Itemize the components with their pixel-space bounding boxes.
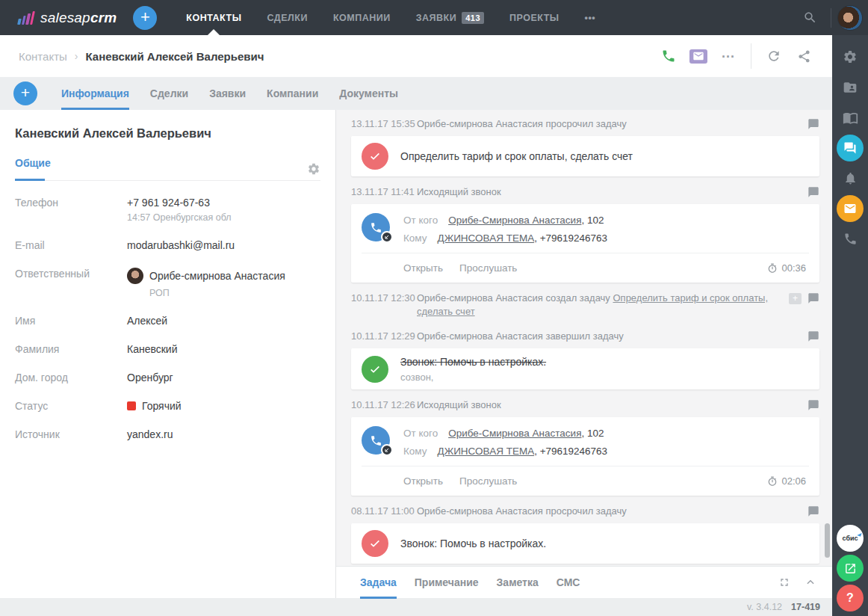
settings-gear-icon[interactable] bbox=[832, 41, 868, 72]
task-card[interactable]: Определить тариф и срок оплаты, сделать … bbox=[351, 136, 819, 176]
call-open-link[interactable]: Открыть bbox=[403, 475, 443, 487]
contact-name: Каневский Алексей Валерьевич bbox=[15, 126, 320, 141]
task-card[interactable]: Звонок: Помочь в настройках. созвон, bbox=[351, 348, 819, 389]
action-bar: Контакты › Каневский Алексей Валерьевич … bbox=[0, 35, 832, 77]
task-overdue-check-icon[interactable] bbox=[362, 530, 388, 557]
phone-value[interactable]: +7 961 924-67-63 bbox=[127, 197, 232, 209]
status-hot-marker bbox=[127, 401, 136, 410]
global-add-button[interactable]: + bbox=[133, 6, 157, 30]
composer-tab-sms[interactable]: СМС bbox=[548, 567, 589, 599]
logo-text: salesapcrm bbox=[40, 10, 117, 26]
call-from-link[interactable]: Орибе-Смирнова Анастасия bbox=[448, 215, 581, 226]
activity-feed[interactable]: 13.11.17 15:35 Орибе-смирнова Анастасия … bbox=[336, 110, 832, 566]
build-number: 17-419 bbox=[791, 602, 820, 612]
call-from-link[interactable]: Орибе-Смирнова Анастасия bbox=[448, 428, 581, 439]
nav-item-contacts[interactable]: КОНТАКТЫ bbox=[173, 0, 254, 35]
feed-event-header: 10.11.17 12:29 Орибе-смирнова Анастасия … bbox=[351, 324, 819, 348]
bell-icon[interactable] bbox=[832, 163, 868, 194]
right-sidebar: сбис ? bbox=[832, 35, 868, 616]
call-duration: 00:36 bbox=[781, 262, 806, 274]
task-done-check-icon[interactable] bbox=[362, 356, 388, 383]
top-navbar: salesapcrm + КОНТАКТЫ СДЕЛКИ КОМПАНИИ ЗА… bbox=[0, 0, 868, 35]
call-direction-arrow-icon bbox=[381, 231, 393, 243]
comment-icon[interactable] bbox=[807, 330, 819, 342]
call-open-link[interactable]: Открыть bbox=[403, 262, 443, 274]
app-logo[interactable]: salesapcrm bbox=[19, 10, 117, 26]
sbis-logo[interactable]: сбис bbox=[837, 525, 864, 552]
export-icon[interactable] bbox=[837, 555, 864, 582]
add-to-plan-icon[interactable]: + bbox=[789, 293, 802, 304]
fields-settings-gear-icon[interactable] bbox=[307, 162, 320, 176]
task-card[interactable]: Звонок: Помочь в настройках. bbox=[351, 523, 819, 564]
comment-icon[interactable] bbox=[807, 399, 819, 411]
responsible-role: РОП bbox=[149, 288, 285, 298]
composer-tab-comment[interactable]: Примечание bbox=[406, 567, 488, 599]
comment-icon[interactable] bbox=[807, 292, 819, 304]
responsible-avatar bbox=[127, 268, 143, 284]
tab-documents[interactable]: Документы bbox=[329, 77, 409, 110]
timer-icon bbox=[767, 263, 778, 274]
collapse-composer-icon[interactable] bbox=[805, 577, 816, 588]
nav-more-menu[interactable]: ••• bbox=[572, 0, 609, 35]
page-title: Каневский Алексей Валерьевич bbox=[85, 50, 264, 63]
task-overdue-check-icon[interactable] bbox=[362, 143, 388, 170]
feed-event-header: 13.11.17 15:35 Орибе-смирнова Анастасия … bbox=[351, 111, 819, 136]
main-nav: КОНТАКТЫ СДЕЛКИ КОМПАНИИ ЗАЯВКИ 413 ПРОЕ… bbox=[173, 0, 608, 35]
nav-item-requests[interactable]: ЗАЯВКИ 413 bbox=[403, 0, 497, 35]
mail-icon[interactable] bbox=[837, 195, 864, 222]
call-listen-link[interactable]: Прослушать bbox=[459, 475, 517, 487]
search-icon[interactable] bbox=[796, 10, 823, 25]
field-home-city: Дом. город Оренбург bbox=[15, 363, 320, 392]
call-duration: 02:06 bbox=[781, 475, 806, 487]
task-note: созвон, bbox=[400, 372, 546, 383]
field-source: Источник yandex.ru bbox=[15, 420, 320, 449]
knowledge-book-icon[interactable] bbox=[832, 102, 868, 133]
email-value[interactable]: modarubashki@mail.ru bbox=[127, 239, 235, 251]
responsible-name[interactable]: Орибе-смирнова Анастасия bbox=[149, 270, 285, 282]
action-divider bbox=[751, 43, 751, 69]
email-contact-icon[interactable] bbox=[683, 41, 713, 71]
comment-icon[interactable] bbox=[807, 118, 819, 130]
help-icon[interactable]: ? bbox=[837, 585, 864, 612]
call-contact-icon[interactable] bbox=[654, 41, 683, 71]
call-to-link[interactable]: ДЖИНСОВАЯ ТЕМА bbox=[438, 232, 535, 244]
topbar-divider bbox=[831, 8, 831, 28]
user-avatar[interactable] bbox=[837, 5, 863, 31]
comment-icon[interactable] bbox=[807, 505, 819, 517]
feed-event-header: 10.11.17 12:26 Исходящий звонок bbox=[351, 392, 819, 417]
breadcrumb-separator: › bbox=[75, 50, 78, 62]
add-record-button[interactable]: + bbox=[13, 81, 37, 105]
field-last-name: Фамилия Каневский bbox=[15, 335, 320, 363]
tab-information[interactable]: Информация bbox=[51, 77, 140, 110]
chat-icon[interactable] bbox=[837, 135, 864, 161]
page-tabs-bar: + Информация Сделки Заявки Компании Доку… bbox=[0, 77, 832, 110]
comment-icon[interactable] bbox=[807, 186, 819, 198]
tab-companies[interactable]: Компании bbox=[256, 77, 329, 110]
feed-event-header: 10.11.17 12:30 Орибе-смирнова Анастасия … bbox=[351, 286, 819, 324]
section-tab-general[interactable]: Общие bbox=[15, 157, 51, 181]
composer-tab-note[interactable]: Заметка bbox=[488, 567, 548, 599]
call-to-link[interactable]: ДЖИНСОВАЯ ТЕМА bbox=[438, 446, 535, 457]
breadcrumb-contacts-link[interactable]: Контакты bbox=[19, 50, 67, 63]
call-listen-link[interactable]: Прослушать bbox=[459, 262, 517, 274]
composer-bar: Задача Примечание Заметка СМС bbox=[336, 566, 832, 598]
nav-item-projects[interactable]: ПРОЕКТЫ bbox=[497, 0, 572, 35]
share-icon[interactable] bbox=[789, 41, 819, 71]
composer-tab-task[interactable]: Задача bbox=[351, 567, 406, 599]
call-card: От когоОрибе-Смирнова Анастасия, 102 Ком… bbox=[351, 417, 819, 496]
call-card: От когоОрибе-Смирнова Анастасия, 102 Ком… bbox=[351, 204, 819, 283]
expand-composer-icon[interactable] bbox=[778, 576, 790, 588]
contact-folder-icon[interactable] bbox=[832, 72, 868, 102]
phone-sidebar-icon[interactable] bbox=[832, 224, 868, 254]
nav-item-companies[interactable]: КОМПАНИИ bbox=[320, 0, 403, 35]
call-phone-icon bbox=[362, 426, 390, 455]
more-actions-icon[interactable]: ... bbox=[713, 41, 743, 71]
feed-scrollbar-thumb[interactable] bbox=[825, 523, 830, 558]
refresh-icon[interactable] bbox=[759, 41, 789, 71]
tab-requests[interactable]: Заявки bbox=[199, 77, 256, 110]
tab-deals[interactable]: Сделки bbox=[140, 77, 199, 110]
field-phone: Телефон +7 961 924-67-63 14:57 Оренбургс… bbox=[15, 188, 320, 231]
status-bar: v. 3.4.12 17-419 bbox=[0, 598, 832, 616]
feed-event-header: 08.11.17 11:00 Орибе-смирнова Анастасия … bbox=[351, 499, 819, 523]
nav-item-deals[interactable]: СДЕЛКИ bbox=[254, 0, 320, 35]
